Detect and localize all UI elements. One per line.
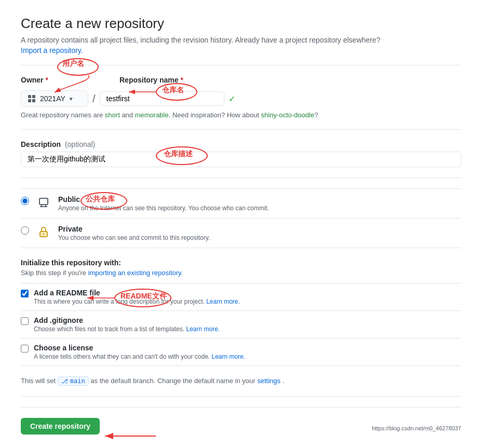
gitignore-desc: Choose which files not to track from a l…: [34, 325, 220, 333]
gitignore-checkbox[interactable]: [21, 317, 29, 325]
owner-value: 2021AY: [40, 94, 65, 103]
branch-settings-link[interactable]: settings: [257, 377, 280, 385]
gitignore-option: Add .gitignore Choose which files not to…: [21, 310, 461, 338]
slash-separator: /: [92, 93, 96, 105]
svg-point-9: [43, 234, 45, 235]
field-labels-row: Owner * Repository name *: [21, 76, 461, 87]
private-option: Private You choose who can see and commi…: [21, 218, 461, 248]
owner-icon: [26, 93, 37, 104]
chevron-icon: ▼: [69, 96, 74, 102]
svg-rect-2: [28, 99, 31, 102]
init-heading: Initialize this repository with:: [21, 259, 461, 267]
private-radio[interactable]: [21, 226, 29, 235]
init-section: Initialize this repository with: Skip th…: [21, 259, 461, 366]
owner-repo-section: Owner * Repository name *: [21, 76, 461, 119]
divider-top: [21, 65, 461, 65]
readme-desc: This is where you can write a long descr…: [34, 298, 240, 305]
visibility-section: Public Anyone on the Internet can see th…: [21, 188, 461, 248]
divider-desc: [21, 129, 461, 130]
readme-option: Add a README file This is where you can …: [21, 283, 461, 310]
license-desc: A license tells others what they can and…: [34, 353, 245, 360]
description-section: Description (optional): [21, 140, 461, 167]
suggestion-link[interactable]: shiny-octo-doodle: [261, 111, 315, 119]
license-checkbox[interactable]: [21, 345, 29, 352]
public-label: Public: [58, 195, 269, 203]
init-skip: Skip this step if you're importing an ex…: [21, 269, 461, 277]
public-radio[interactable]: [21, 197, 29, 205]
repo-input-wrapper: ✓: [100, 91, 235, 106]
branch-badge: ⎇ main: [58, 376, 89, 386]
owner-label: Owner *: [21, 76, 104, 84]
gitignore-label: Add .gitignore: [34, 316, 220, 324]
repo-hint: Great repository names are short and mem…: [21, 111, 461, 119]
svg-rect-4: [39, 198, 48, 205]
svg-rect-0: [28, 95, 31, 98]
owner-dropdown[interactable]: 2021AY ▼: [21, 90, 88, 107]
git-branch-icon: ⎇: [61, 378, 68, 385]
owner-required: *: [45, 76, 48, 84]
page-title: Create a new repository: [21, 16, 461, 32]
owner-repo-row: 2021AY ▼ / ✓: [21, 90, 461, 107]
svg-rect-1: [32, 95, 35, 98]
svg-rect-3: [32, 99, 35, 102]
license-label: Choose a license: [34, 344, 245, 352]
private-label: Private: [58, 225, 210, 233]
readme-learn-more[interactable]: Learn more.: [206, 298, 240, 305]
divider-visibility: [21, 178, 461, 178]
create-repository-button[interactable]: Create repository: [21, 418, 100, 435]
readme-checkbox[interactable]: [21, 290, 29, 297]
branch-notice: This will set ⎇ main as the default bran…: [21, 376, 461, 386]
license-option: Choose a license A license tells others …: [21, 338, 461, 366]
importing-link[interactable]: importing an existing repository: [88, 269, 181, 277]
divider-bottom: [21, 396, 461, 397]
repo-required: *: [180, 76, 183, 84]
gitignore-learn-more[interactable]: Learn more.: [186, 325, 220, 333]
repo-valid-icon: ✓: [229, 94, 235, 104]
bottom-row: Create repository https://blog.csdn.net/…: [21, 407, 461, 435]
repo-name-input[interactable]: [100, 91, 224, 106]
public-icon: [35, 194, 52, 211]
footer-url: https://blog.csdn.net/m0_46278037: [372, 425, 461, 431]
public-desc: Anyone on the Internet can see this repo…: [58, 205, 269, 212]
import-link[interactable]: Import a repository.: [21, 46, 83, 55]
readme-label: Add a README file: [34, 289, 240, 297]
public-option: Public Anyone on the Internet can see th…: [21, 188, 461, 218]
repo-name-label: Repository name *: [119, 76, 461, 84]
private-desc: You choose who can see and commit to thi…: [58, 234, 210, 241]
description-label: Description (optional): [21, 140, 461, 148]
private-icon: [35, 224, 52, 240]
subtitle: A repository contains all project files,…: [21, 36, 461, 44]
description-input[interactable]: [21, 152, 461, 167]
license-learn-more[interactable]: Learn more.: [212, 353, 246, 360]
